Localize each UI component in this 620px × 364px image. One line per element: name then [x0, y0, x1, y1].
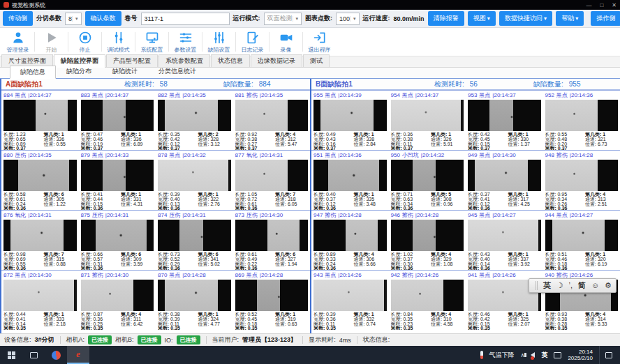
tool-sliders-v-button[interactable]: 缺陷设置	[202, 30, 235, 54]
close-button[interactable]: ✕	[612, 2, 617, 8]
ime-punct-icon[interactable]: ’,	[569, 282, 573, 289]
defect-image[interactable]	[391, 220, 464, 251]
defect-card[interactable]: 954 黑点 |20:14:37 长度: 0.36 宽度: 0.38 面积: 0…	[389, 90, 466, 150]
defect-card[interactable]: 878 黑点 |20:14:32 长度: 0.39 宽度: 0.40 面积: 0…	[156, 150, 233, 210]
help-menu-button[interactable]: 帮助	[556, 11, 584, 26]
ime-lang-toggle[interactable]: 英	[543, 282, 551, 289]
weather-text[interactable]: 气温下降	[489, 351, 515, 360]
defect-image[interactable]	[313, 220, 387, 251]
defect-card[interactable]: 880 压伤 |20:14:35 长度: 0.58 宽度: 0.61 面积: 0…	[1, 150, 79, 210]
defect-card[interactable]: 877 氧化 |20:14:31 长度: 1.05 宽度: 0.72 面积: 0…	[233, 150, 311, 210]
ime-keyboard-icon[interactable]	[554, 352, 561, 358]
defect-card[interactable]: 874 压伤 |20:14:31 长度: 0.73 宽度: 0.52 面积: 0…	[156, 210, 233, 270]
view-menu-button[interactable]: 视图	[468, 11, 496, 26]
defect-image[interactable]	[3, 220, 77, 251]
defect-card[interactable]: 953 黑点 |20:14:37 长度: 0.42 宽度: 0.45 面积: 0…	[466, 90, 543, 150]
defect-card[interactable]: 881 擦伤 |20:14:35 长度: 0.92 宽度: 0.38 面积: 0…	[233, 90, 311, 150]
defect-image[interactable]	[313, 100, 387, 131]
defect-card[interactable]: 944 黑点 |20:14:27 长度: 0.51 宽度: 0.46 面积: 0…	[543, 210, 620, 270]
main-tab-4[interactable]: 状态信息	[211, 54, 250, 67]
defect-card[interactable]: 949 黑点 |20:14:30 长度: 0.37 宽度: 0.41 面积: 0…	[466, 150, 543, 210]
defect-image[interactable]	[235, 160, 309, 191]
defect-image[interactable]	[468, 220, 541, 251]
tool-monitor-button[interactable]: 系统配置	[135, 30, 168, 54]
defect-image[interactable]	[235, 100, 309, 131]
defect-card[interactable]: 955 黑点 |20:14:39 长度: 0.49 宽度: 0.43 面积: 0…	[311, 90, 389, 150]
taskbar-clock[interactable]: 20:14 2025/2/10	[568, 349, 593, 361]
defect-image[interactable]	[235, 280, 309, 311]
defect-image[interactable]	[3, 100, 77, 131]
defect-image[interactable]	[3, 160, 77, 191]
defect-card[interactable]: 948 擦伤 |20:14:28 长度: 0.95 宽度: 0.34 面积: 0…	[543, 150, 620, 210]
defect-image[interactable]	[313, 280, 387, 311]
tool-exit-button[interactable]: 退出程序	[303, 30, 336, 54]
tool-tune-button[interactable]: 调试模式	[102, 30, 135, 54]
defect-card[interactable]: 872 黑点 |20:14:30 长度: 0.44 宽度: 0.41 面积: 0…	[1, 270, 79, 330]
defect-card[interactable]: 869 黑点 |20:14:28 长度: 0.52 宽度: 0.45 面积: 0…	[233, 270, 311, 330]
defect-card[interactable]: 883 黑点 |20:14:37 长度: 0.47 宽度: 0.46 面积: 0…	[79, 90, 156, 150]
operate-side-button[interactable]: 操作侧	[591, 11, 620, 26]
sub-tab-2[interactable]: 缺陷统计	[102, 65, 148, 78]
confirm-count-button[interactable]: 确认条数	[85, 11, 121, 26]
defect-card[interactable]: 870 黑点 |20:14:28 长度: 0.38 宽度: 0.39 面积: 0…	[156, 270, 233, 330]
main-tab-1[interactable]: 缺陷监控界面	[54, 54, 105, 68]
defect-image[interactable]	[81, 100, 154, 131]
defect-card[interactable]: 945 黑点 |20:14:27 长度: 0.43 宽度: 0.40 面积: 0…	[466, 210, 543, 270]
run-mode-select[interactable]: 双面检测	[264, 13, 302, 25]
defect-card[interactable]: 876 氧化 |20:14:31 长度: 0.98 宽度: 0.69 面积: 0…	[1, 210, 79, 270]
clear-alarm-button[interactable]: 清除报警	[428, 11, 464, 26]
drive-side-button[interactable]: 传动侧	[3, 11, 33, 26]
ime-emoji-icon[interactable]: ☺	[591, 282, 599, 289]
defect-card[interactable]: 946 擦伤 |20:14:28 长度: 1.02 宽度: 0.37 面积: 0…	[389, 210, 466, 270]
notification-center-button[interactable]	[599, 346, 617, 364]
defect-image[interactable]	[468, 160, 541, 191]
defect-image[interactable]	[81, 160, 154, 191]
defect-image[interactable]	[391, 100, 464, 131]
ime-drag-handle[interactable]	[536, 281, 538, 290]
defect-card[interactable]: 879 黑点 |20:14:33 长度: 0.41 宽度: 0.44 面积: 0…	[79, 150, 156, 210]
defect-card[interactable]: 951 黑点 |20:14:36 长度: 0.40 宽度: 0.37 面积: 0…	[311, 150, 389, 210]
ime-settings-gear-icon[interactable]: ⚙	[605, 282, 612, 289]
defect-image[interactable]	[468, 100, 541, 131]
defect-image[interactable]	[235, 220, 309, 251]
quick-access-menu-button[interactable]: 数据快捷访问	[499, 11, 552, 26]
ime-fullhalf-icon[interactable]: ☽	[556, 282, 563, 289]
main-tab-5[interactable]: 边缘数据记录	[251, 54, 302, 67]
defect-image[interactable]	[313, 160, 387, 191]
defect-card[interactable]: 875 压伤 |20:14:31 长度: 0.66 宽度: 0.57 面积: 0…	[79, 210, 156, 270]
defect-image[interactable]	[545, 220, 619, 251]
tool-camera-button[interactable]: 录像	[270, 30, 302, 54]
defect-card[interactable]: 871 擦伤 |20:14:30 长度: 0.87 宽度: 0.36 面积: 0…	[79, 270, 156, 330]
roll-number-input[interactable]	[141, 13, 230, 25]
taskbar-app-1[interactable]	[45, 346, 67, 364]
slit-count-select[interactable]: 8	[65, 13, 82, 25]
defect-image[interactable]	[158, 280, 231, 311]
defect-image[interactable]	[545, 100, 619, 131]
defect-image[interactable]	[391, 160, 464, 191]
tool-sliders-h-button[interactable]: 参数设置	[169, 30, 202, 54]
defect-image[interactable]	[158, 220, 231, 251]
defect-card[interactable]: 943 黑点 |20:14:26 长度: 0.39 宽度: 0.36 面积: 0…	[311, 270, 389, 330]
defect-image[interactable]	[158, 160, 231, 191]
defect-card[interactable]: 873 压伤 |20:14:30 长度: 0.61 宽度: 0.49 面积: 0…	[233, 210, 311, 270]
tool-user-button[interactable]: 管理登录	[1, 30, 34, 54]
defect-image[interactable]	[3, 280, 77, 311]
sub-tab-3[interactable]: 分类信息统计	[148, 65, 207, 78]
start-button[interactable]	[0, 346, 22, 364]
defect-card[interactable]: 947 擦伤 |20:14:28 长度: 0.89 宽度: 0.33 面积: 0…	[311, 210, 389, 270]
ime-simplified-toggle[interactable]: 简	[578, 282, 586, 289]
defect-image[interactable]	[81, 220, 154, 251]
main-tab-6[interactable]: 测试	[303, 54, 330, 67]
tool-log-button[interactable]: 日志记录	[236, 30, 269, 54]
defect-card[interactable]: 882 黑点 |20:14:35 长度: 0.35 宽度: 0.42 面积: 0…	[156, 90, 233, 150]
defect-image[interactable]	[545, 160, 619, 191]
tool-stop-button[interactable]: 停止	[68, 30, 101, 54]
minimize-button[interactable]: —	[586, 2, 591, 8]
defect-image[interactable]	[158, 100, 231, 131]
defect-image[interactable]	[81, 280, 154, 311]
volume-icon[interactable]	[531, 352, 535, 358]
language-indicator[interactable]: 英	[541, 351, 547, 360]
defect-card[interactable]: 884 黑点 |20:14:37 长度: 1.23 宽度: 0.65 面积: 0…	[1, 90, 79, 150]
defect-card[interactable]: 942 擦伤 |20:14:26 长度: 0.84 宽度: 0.35 面积: 0…	[389, 270, 466, 330]
tool-play-button[interactable]: 开始	[35, 30, 68, 54]
